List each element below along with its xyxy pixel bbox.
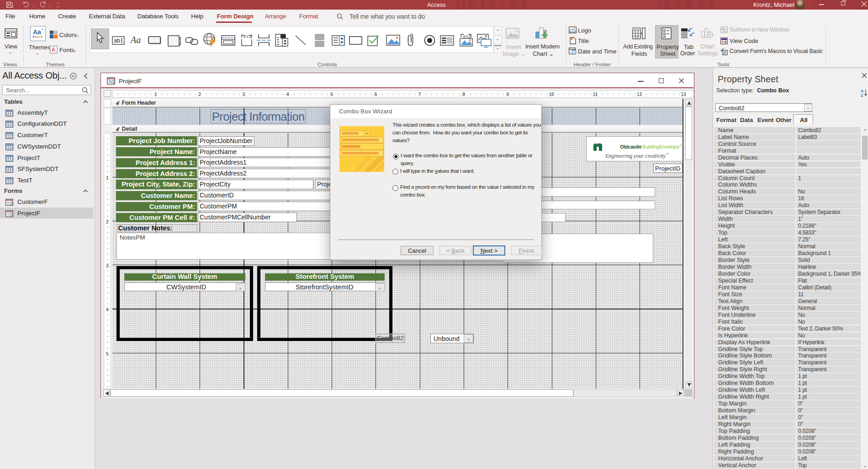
svg-text:A: A [861, 89, 864, 93]
svg-text:Z: Z [861, 93, 863, 97]
svg-text:ab: ab [114, 37, 120, 44]
svg-text:Aa: Aa [33, 28, 41, 36]
svg-text:A: A [52, 47, 55, 53]
svg-text:XYZ: XYZ [243, 34, 252, 39]
